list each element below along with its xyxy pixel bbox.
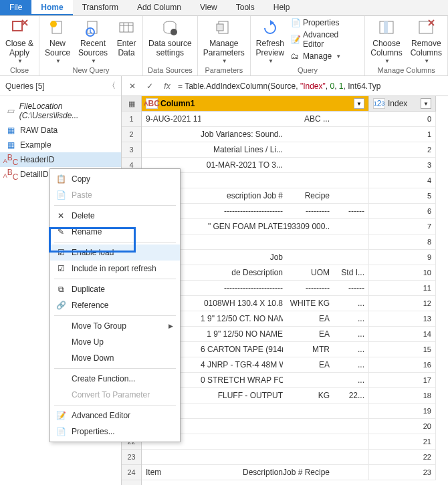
cell-index[interactable]: 1: [369, 127, 436, 142]
type-int-icon[interactable]: 123: [373, 98, 385, 109]
cell-index[interactable]: 0: [369, 112, 436, 127]
cell-index[interactable]: 3: [369, 158, 436, 173]
table-row[interactable]: " GEN FOAM PLATE193309 000...7: [142, 219, 448, 234]
table-row[interactable]: 8: [142, 234, 448, 250]
ctx-move-to-group[interactable]: Move To Group▶: [50, 318, 180, 334]
manage-parameters-button[interactable]: Manage Parameters▼: [201, 17, 247, 65]
ctx-move-down[interactable]: Move Down: [50, 350, 180, 366]
ctx-delete[interactable]: ✕Delete: [50, 208, 180, 224]
table-row[interactable]: ItemDescriptionJob # Recipe23: [142, 465, 448, 480]
query-item-3[interactable]: ABCHeaderID: [0, 152, 121, 167]
ctx-enable-load[interactable]: ☑Enable load: [50, 245, 180, 261]
filter-dropdown-icon[interactable]: ▼: [354, 98, 364, 109]
recent-sources-button[interactable]: Recent Sources▼: [76, 17, 110, 65]
close-apply-button[interactable]: Close & Apply▼: [3, 17, 36, 65]
properties-button[interactable]: 📄Properties: [290, 17, 362, 28]
cell-index[interactable]: 17: [369, 373, 436, 388]
ctx-move-up[interactable]: Move Up: [50, 334, 180, 350]
cell-index[interactable]: 13: [369, 311, 436, 327]
row-number[interactable]: 24: [122, 465, 141, 480]
table-row[interactable]: 22: [142, 450, 448, 465]
table-row[interactable]: 1 9" 12/50 CT. NO NAMEEA...13: [142, 311, 448, 327]
cell-index[interactable]: 6: [369, 204, 436, 219]
table-row[interactable]: Material Lines / Li...2: [142, 142, 448, 158]
row-number[interactable]: 2: [122, 127, 141, 142]
cell-index[interactable]: 8: [369, 234, 436, 250]
advanced-editor-button[interactable]: 📝Advanced Editor: [290, 29, 362, 49]
cell-index[interactable]: 11: [369, 281, 436, 296]
cell-index[interactable]: 9: [369, 250, 436, 265]
cell-index[interactable]: 2: [369, 142, 436, 158]
collapse-icon[interactable]: 〈: [108, 80, 116, 92]
cell-index[interactable]: 18: [369, 388, 436, 403]
table-row[interactable]: escription Job #Recipe5: [142, 188, 448, 204]
cell-index[interactable]: 23: [369, 465, 436, 480]
ctx-properties[interactable]: 📄Properties...: [50, 424, 180, 440]
cell-index[interactable]: 21: [369, 434, 436, 450]
filter-dropdown-icon[interactable]: ▼: [421, 98, 431, 109]
query-item-0[interactable]: ▭FileLocation (C:\Users\lisde...: [0, 99, 121, 123]
table-row[interactable]: 20: [142, 419, 448, 434]
data-source-settings-button[interactable]: Data source settings: [146, 17, 195, 59]
cell-index[interactable]: 5: [369, 188, 436, 204]
query-item-1[interactable]: ▦RAW Data: [0, 123, 121, 138]
tab-home[interactable]: Home: [31, 0, 72, 15]
tab-transform[interactable]: Transform: [73, 0, 128, 15]
choose-columns-button[interactable]: Choose Columns▼: [368, 17, 405, 65]
table-row[interactable]: 19: [142, 403, 448, 419]
table-row[interactable]: 4: [142, 173, 448, 188]
cell-index[interactable]: 14: [369, 327, 436, 342]
cell-index[interactable]: 19: [369, 403, 436, 419]
tab-view[interactable]: View: [191, 0, 227, 15]
ctx-rename[interactable]: ✎Rename: [50, 224, 180, 240]
formula-input[interactable]: = Table.AddIndexColumn(Source, "Index", …: [178, 82, 444, 91]
tab-help[interactable]: Help: [264, 0, 300, 15]
table-row[interactable]: 4 JNRP - TGR-4 48M WHITEEA...16: [142, 357, 448, 373]
cell-index[interactable]: 7: [369, 219, 436, 234]
table-row[interactable]: 21: [142, 434, 448, 450]
cell-column1[interactable]: ItemDescriptionJob # Recipe: [142, 465, 369, 480]
ctx-include-refresh[interactable]: ☑Include in report refresh: [50, 261, 180, 277]
table-row[interactable]: Job9: [142, 250, 448, 265]
query-item-2[interactable]: ▦Example: [0, 138, 121, 152]
new-source-button[interactable]: New Source▼: [42, 17, 73, 65]
refresh-preview-button[interactable]: Refresh Preview▼: [253, 17, 287, 65]
table-row[interactable]: -------------------------------------11: [142, 281, 448, 296]
cell-index[interactable]: 15: [369, 342, 436, 357]
column-header-column1[interactable]: ABC Column1 ▼: [142, 96, 369, 112]
cell-column1[interactable]: Job Variances: Sound...: [142, 127, 369, 142]
column-header-index[interactable]: 123 Index ▼: [369, 96, 436, 112]
tab-add-column[interactable]: Add Column: [128, 0, 191, 15]
accept-formula-button[interactable]: ✓: [143, 79, 156, 93]
table-row[interactable]: de DescriptionUOMStd I...10: [142, 265, 448, 281]
cell-index[interactable]: 10: [369, 265, 436, 281]
cell-index[interactable]: 12: [369, 296, 436, 311]
table-row[interactable]: -------------------------------------6: [142, 204, 448, 219]
table-row[interactable]: 6 CARTON TAPE (914m)MTR...15: [142, 342, 448, 357]
cell-index[interactable]: 4: [369, 173, 436, 188]
enter-data-button[interactable]: Enter Data: [113, 17, 140, 59]
type-text-icon[interactable]: ABC: [146, 98, 158, 109]
manage-button[interactable]: 🗂Manage▼: [290, 51, 362, 61]
table-corner[interactable]: ▦: [122, 96, 141, 112]
cell-column1[interactable]: Material Lines / Li...: [142, 142, 369, 158]
cell-index[interactable]: 20: [369, 419, 436, 434]
tab-tools[interactable]: Tools: [227, 0, 264, 15]
tab-file[interactable]: File: [0, 0, 31, 15]
table-row[interactable]: FLUFF - OUTPUTKG22...18: [142, 388, 448, 403]
cell-index[interactable]: 16: [369, 357, 436, 373]
ctx-create-function[interactable]: Create Function...: [50, 371, 180, 387]
cancel-formula-button[interactable]: ✕: [126, 79, 139, 93]
table-row[interactable]: 0108WH 130.4 X 10.8WHITE KG...12: [142, 296, 448, 311]
table-row[interactable]: 9-AUG-2021 11:59ABC ...0: [142, 112, 448, 127]
ctx-duplicate[interactable]: ⧉Duplicate: [50, 281, 180, 297]
table-row[interactable]: 1 9" 12/50 NO NAMEEA...14: [142, 327, 448, 342]
row-number[interactable]: 1: [122, 112, 141, 127]
row-number[interactable]: 23: [122, 450, 141, 465]
ctx-advanced-editor[interactable]: 📝Advanced Editor: [50, 408, 180, 424]
table-row[interactable]: 0 STRETCH WRAP FOR AUTOMATI...17: [142, 373, 448, 388]
fx-button[interactable]: fx: [160, 79, 174, 93]
table-row[interactable]: 01-MAR-2021 TO 3...3: [142, 158, 448, 173]
cell-index[interactable]: 22: [369, 450, 436, 465]
cell-column1[interactable]: [142, 450, 369, 465]
